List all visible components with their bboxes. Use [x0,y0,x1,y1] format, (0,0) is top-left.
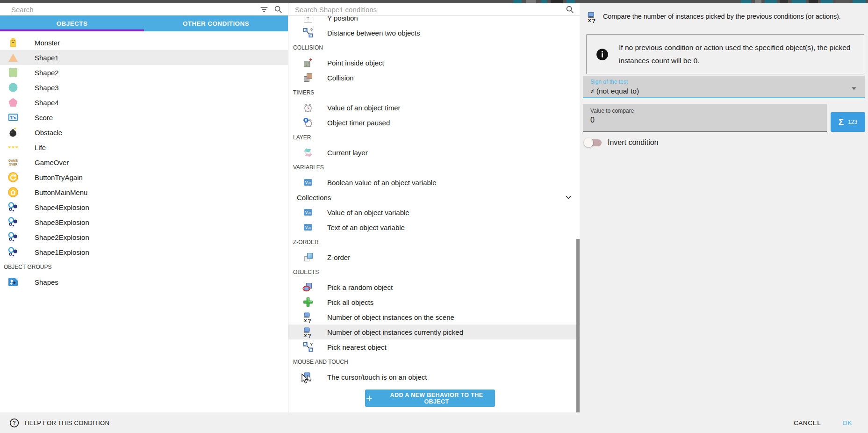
svg-text:?: ? [308,333,311,338]
condition-label: Current layer [327,149,368,157]
condition-label: Distance between two objects [327,29,420,37]
help-button[interactable]: ? HELP FOR THIS CONDITION [9,418,109,428]
invert-condition-toggle[interactable] [584,137,603,148]
condition-row[interactable]: Current layer [288,145,580,160]
condition-row[interactable]: Collections [288,190,580,205]
expression-button-label: 123 [848,119,857,125]
chevron-down-icon [851,85,857,92]
tab-objects[interactable]: OBJECTS [0,15,144,31]
object-row-shape2[interactable]: Shape2 [0,65,288,80]
object-label: Shape3 [35,84,59,92]
object-row-score[interactable]: TxScore [0,110,288,125]
condition-row[interactable]: VarText of an object variable [288,220,580,235]
bomb-icon [7,127,19,138]
sign-of-test-value: ≠ (not equal to) [590,87,639,95]
object-row-shape4explosion[interactable]: Shape4Explosion [0,200,288,215]
square-shape-icon [7,67,19,78]
text-object-icon: Tx [7,112,19,123]
conditions-search-bar [288,3,580,16]
object-search-input[interactable] [11,6,259,14]
condition-row[interactable]: Object timer paused [288,115,580,130]
condition-description: x? Compare the number of instances picke… [586,10,866,23]
condition-row[interactable]: x?Number of object instances currently p… [288,325,580,339]
condition-row[interactable]: Collision [288,70,580,85]
condition-row[interactable]: Value of an object timer [288,100,580,115]
condition-row[interactable]: ?Distance between two objects [288,25,580,40]
filter-icon[interactable] [259,4,269,14]
condition-row[interactable]: Z-order [288,250,580,265]
toggle-thumb [584,138,593,147]
condition-row[interactable]: ?Pick nearest object [288,339,580,354]
svg-text:Var: Var [305,225,312,230]
triangle-shape-icon [7,52,19,63]
group-row-shapes[interactable]: Shapes [0,274,288,289]
sign-of-test-select[interactable]: Sign of the test ≠ (not equal to) [583,76,865,98]
expression-editor-button[interactable]: Σ 123 [831,112,865,132]
conditions-section-header: LAYER [288,130,580,145]
particles-icon [7,216,19,228]
condition-label: The cursor/touch is on an object [327,373,427,381]
object-label: Shape2 [35,69,59,77]
value-to-compare-field[interactable]: Value to compare [583,104,827,132]
object-row-buttontryagain[interactable]: ButtonTryAgain [0,170,288,185]
object-row-shape2explosion[interactable]: Shape2Explosion [0,230,288,245]
condition-row[interactable]: x?Number of object instances on the scen… [288,310,580,325]
circle-shape-icon [7,82,19,93]
svg-text:OVER: OVER [9,163,18,166]
timer-icon [302,102,314,113]
condition-row[interactable]: Point inside object [288,55,580,70]
object-row-monster[interactable]: Monster [0,35,288,50]
condition-label: Number of object instances currently pic… [327,328,463,336]
z-order-icon [302,252,314,263]
condition-label: Pick nearest object [327,343,387,351]
object-label: Obstacle [35,129,62,137]
condition-row[interactable]: Pick a random object [288,280,580,295]
object-row-shape3explosion[interactable]: Shape3Explosion [0,215,288,230]
cancel-button[interactable]: CANCEL [794,419,821,426]
conditions-scrollbar[interactable] [576,239,580,412]
condition-label: Value of an object variable [327,209,409,216]
conditions-section-header: Z-ORDER [288,235,580,250]
condition-label: Object timer paused [327,119,390,127]
svg-text:x: x [588,17,591,23]
home-button-icon [7,187,19,198]
particles-icon [7,246,19,258]
object-label: GameOver [35,159,69,166]
object-row-life[interactable]: Life [0,140,288,155]
object-row-buttonmainmenu[interactable]: ButtonMainMenu [0,185,288,200]
svg-text:Var: Var [305,210,312,215]
conditions-search-input[interactable] [295,6,565,14]
condition-label: Collections [297,194,331,202]
add-behavior-button[interactable]: ADD A NEW BEHAVIOR TO THE OBJECT [365,390,495,407]
svg-text:?: ? [308,318,311,323]
object-search-bar [0,3,288,15]
object-row-obstacle[interactable]: Obstacle [0,125,288,140]
condition-row[interactable]: VarBoolean value of an object variable [288,175,580,190]
condition-label: Pick a random object [327,283,393,291]
object-label: Shape1Explosion [35,248,89,256]
distance-icon: ? [302,27,314,38]
object-row-shape1explosion[interactable]: Shape1Explosion [0,245,288,260]
object-row-shape1[interactable]: Shape1 [0,50,288,65]
monster-icon [7,37,19,48]
condition-label: Z-order [327,253,350,261]
info-note-text: If no previous condition or action used … [619,41,854,67]
object-row-gameover[interactable]: GAMEOVERGameOver [0,155,288,170]
dialog-body: OBJECTS OTHER CONDITIONS MonsterShape1Sh… [0,3,868,412]
value-to-compare-input[interactable] [590,116,815,124]
ok-button[interactable]: OK [842,419,852,426]
conditions-section-header: VARIABLES [288,160,580,175]
tab-other-conditions[interactable]: OTHER CONDITIONS [144,15,288,31]
plus-icon [365,394,373,403]
condition-row[interactable]: VarValue of an object variable [288,205,580,220]
variable-icon: Var [302,177,314,188]
condition-label: Number of object instances on the scene [327,313,454,321]
condition-row[interactable]: The cursor/touch is on an object [288,369,580,384]
help-label: HELP FOR THIS CONDITION [25,419,109,426]
object-label: Score [35,114,53,122]
object-row-shape3[interactable]: Shape3 [0,80,288,95]
object-row-shape4[interactable]: Shape4 [0,95,288,110]
info-note: If no previous condition or action used … [586,34,864,74]
condition-row[interactable]: Pick all objects [288,295,580,310]
collision-icon [302,72,314,83]
